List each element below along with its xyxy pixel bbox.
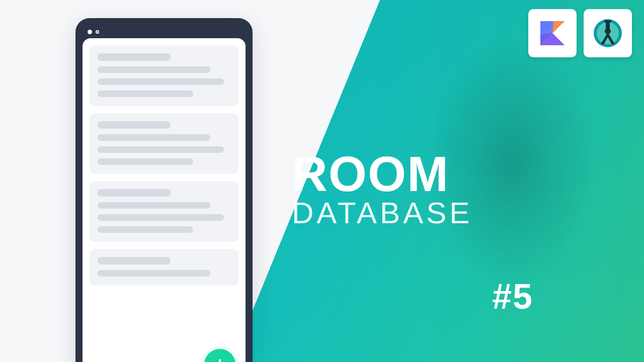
svg-rect-9 (606, 22, 610, 29)
list-item (90, 45, 238, 106)
skeleton-line (98, 189, 171, 197)
list-item (90, 181, 238, 242)
tech-badges (528, 9, 632, 57)
skeleton-line (98, 134, 210, 141)
dot-hollow-icon (96, 30, 99, 34)
phone-screen (83, 38, 246, 362)
title-line2: DATABASE (292, 196, 543, 230)
kotlin-icon (528, 9, 577, 57)
phone-mockup (75, 18, 253, 362)
episode-number: #5 (492, 277, 533, 317)
skeleton-line (98, 78, 224, 85)
skeleton-line (98, 257, 171, 264)
skeleton-line (98, 202, 210, 209)
skeleton-line (98, 226, 193, 233)
add-button[interactable] (204, 349, 235, 362)
skeleton-line (98, 121, 171, 129)
android-studio-icon (584, 9, 632, 57)
skeleton-line (98, 90, 193, 97)
title-block: ROOM DATABASE (292, 151, 543, 230)
list-item (90, 113, 238, 174)
dot-icon (88, 30, 92, 34)
list-item (90, 249, 238, 286)
skeleton-line (98, 270, 210, 277)
skeleton-line (98, 214, 224, 221)
skeleton-line (98, 158, 193, 165)
phone-status-dots (83, 25, 246, 38)
svg-rect-11 (604, 20, 611, 23)
skeleton-line (98, 66, 210, 73)
skeleton-line (98, 53, 171, 61)
skeleton-line (98, 146, 224, 153)
title-line1: ROOM (292, 151, 543, 198)
